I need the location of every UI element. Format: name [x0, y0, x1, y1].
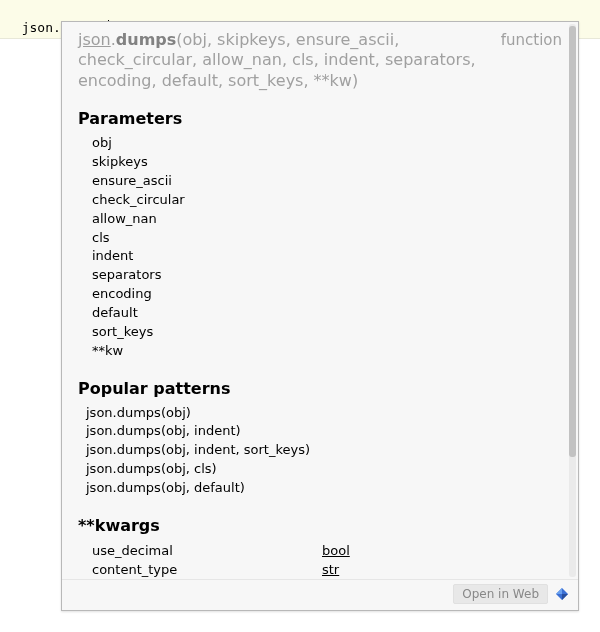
parameters-list: objskipkeysensure_asciicheck_circularall… [92, 134, 562, 360]
patterns-heading: Popular patterns [78, 379, 562, 398]
svg-marker-2 [562, 594, 568, 600]
pattern-item: json.dumps(obj, cls) [86, 460, 562, 479]
parameter-item: skipkeys [92, 153, 562, 172]
signature-func: dumps [116, 30, 177, 49]
scrollbar-thumb[interactable] [569, 26, 576, 457]
pattern-item: json.dumps(obj, indent, sort_keys) [86, 441, 562, 460]
kite-logo-icon [554, 586, 570, 602]
signature-module[interactable]: json [78, 30, 111, 49]
kwargs-list: use_decimalboolcontent_typestrmimetypest… [92, 541, 562, 579]
parameter-item: check_circular [92, 191, 562, 210]
parameter-item: default [92, 304, 562, 323]
pattern-item: json.dumps(obj, default) [86, 479, 562, 498]
doc-popup: json.dumps(obj, skipkeys, ensure_ascii, … [61, 21, 579, 611]
parameter-item: ensure_ascii [92, 172, 562, 191]
parameter-item: sort_keys [92, 323, 562, 342]
kwarg-type[interactable]: str [322, 560, 339, 579]
kwarg-row: use_decimalbool [92, 541, 562, 561]
popup-footer: Open in Web [62, 579, 578, 610]
symbol-kind: function [501, 30, 562, 49]
kwarg-name: use_decimal [92, 541, 322, 561]
parameter-item: indent [92, 247, 562, 266]
kwarg-name: content_type [92, 560, 322, 579]
open-in-web-button[interactable]: Open in Web [453, 584, 548, 604]
parameter-item: allow_nan [92, 210, 562, 229]
parameters-heading: Parameters [78, 109, 562, 128]
kwarg-type[interactable]: bool [322, 541, 350, 561]
scrollbar-track[interactable] [569, 24, 576, 577]
parameter-item: separators [92, 266, 562, 285]
pattern-item: json.dumps(obj) [86, 404, 562, 423]
kwargs-heading: **kwargs [78, 516, 562, 535]
svg-marker-1 [556, 588, 562, 594]
parameter-item: **kw [92, 342, 562, 361]
parameter-item: encoding [92, 285, 562, 304]
patterns-list: json.dumps(obj)json.dumps(obj, indent)js… [86, 404, 562, 498]
parameter-item: obj [92, 134, 562, 153]
code-dot: . [53, 20, 61, 35]
signature-text: json.dumps(obj, skipkeys, ensure_ascii, … [78, 30, 493, 91]
kwarg-row: content_typestr [92, 560, 562, 579]
pattern-item: json.dumps(obj, indent) [86, 422, 562, 441]
signature-row: json.dumps(obj, skipkeys, ensure_ascii, … [78, 30, 562, 91]
doc-scroll-viewport: json.dumps(obj, skipkeys, ensure_ascii, … [62, 22, 578, 579]
code-module: json [22, 20, 53, 35]
parameter-item: cls [92, 229, 562, 248]
